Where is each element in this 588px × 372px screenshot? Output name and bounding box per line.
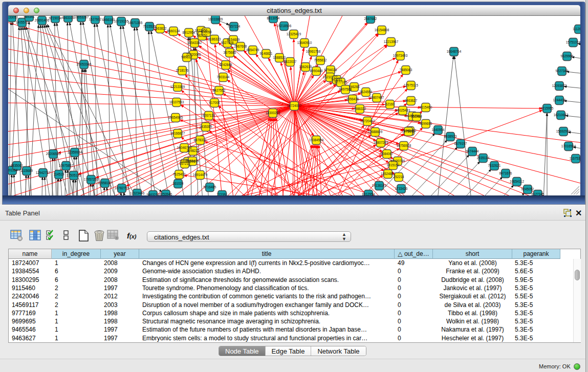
svg-text:9242848: 9242848: [220, 63, 232, 67]
svg-text:19384554: 19384554: [309, 138, 324, 142]
svg-text:8312954: 8312954: [362, 192, 375, 195]
svg-text:8471676: 8471676: [499, 171, 512, 175]
svg-text:16154808: 16154808: [375, 28, 389, 32]
svg-text:989341: 989341: [24, 16, 35, 18]
svg-text:906058: 906058: [201, 30, 212, 34]
svg-text:17359934: 17359934: [68, 150, 82, 154]
svg-text:9227349: 9227349: [556, 69, 569, 73]
svg-text:1435359: 1435359: [200, 125, 212, 128]
svg-text:391154: 391154: [8, 168, 18, 172]
svg-text:10719155: 10719155: [114, 19, 129, 23]
svg-text:18724007: 18724007: [287, 104, 302, 107]
svg-text:62160: 62160: [385, 102, 395, 106]
svg-text:9146821: 9146821: [260, 52, 273, 55]
svg-text:1112854: 1112854: [573, 27, 580, 31]
svg-text:1167534: 1167534: [570, 157, 580, 160]
svg-text:12093872: 12093872: [552, 84, 567, 87]
svg-text:8822037: 8822037: [284, 60, 297, 63]
svg-text:17957253: 17957253: [84, 178, 99, 181]
svg-text:8154609: 8154609: [227, 38, 240, 41]
svg-text:9245052: 9245052: [521, 187, 534, 191]
svg-text:6466160: 6466160: [102, 18, 115, 21]
svg-text:10975857: 10975857: [59, 164, 74, 167]
svg-text:1733426: 1733426: [395, 187, 408, 190]
svg-text:10973493: 10973493: [393, 54, 408, 57]
svg-text:8133051: 8133051: [8, 16, 18, 19]
svg-text:989612: 989612: [181, 55, 192, 59]
svg-text:1527602: 1527602: [89, 17, 102, 21]
svg-text:252214: 252214: [393, 175, 404, 179]
svg-text:772351: 772351: [216, 193, 228, 195]
svg-text:7955812: 7955812: [314, 58, 327, 62]
svg-text:12505135: 12505135: [67, 173, 81, 177]
svg-text:1244415: 1244415: [553, 98, 566, 102]
svg-text:8186323: 8186323: [208, 37, 221, 41]
svg-text:9329966: 9329966: [561, 54, 574, 58]
svg-text:16543382: 16543382: [187, 41, 202, 45]
svg-text:417006: 417006: [209, 101, 220, 104]
svg-text:6679197: 6679197: [454, 142, 467, 145]
svg-text:7803144: 7803144: [217, 75, 230, 79]
svg-text:12942737: 12942737: [36, 171, 51, 174]
svg-text:8253946: 8253946: [160, 192, 172, 195]
svg-text:8813054: 8813054: [267, 16, 280, 20]
svg-text:20053346: 20053346: [77, 62, 92, 66]
svg-text:19654985: 19654985: [168, 116, 183, 119]
svg-text:10807487: 10807487: [369, 96, 384, 99]
svg-text:114519: 114519: [54, 172, 64, 176]
svg-text:9463214: 9463214: [147, 193, 160, 195]
svg-text:10958107: 10958107: [98, 181, 113, 185]
svg-text:19166827: 19166827: [170, 132, 185, 135]
svg-text:1362615: 1362615: [299, 65, 312, 69]
svg-text:167215: 167215: [179, 162, 190, 165]
svg-text:15692971: 15692971: [556, 129, 571, 133]
svg-text:161024: 161024: [172, 182, 184, 185]
svg-text:3624554: 3624554: [360, 90, 373, 94]
svg-text:12213967: 12213967: [384, 40, 399, 43]
svg-text:8938923: 8938923: [444, 135, 457, 138]
svg-text:18107553: 18107553: [169, 100, 184, 104]
svg-text:12325419: 12325419: [287, 32, 301, 36]
svg-text:2687682: 2687682: [364, 17, 377, 20]
svg-text:8990448: 8990448: [310, 69, 323, 73]
svg-text:1640954: 1640954: [432, 128, 445, 132]
svg-text:12323446: 12323446: [130, 191, 145, 195]
svg-text:9699695: 9699695: [420, 122, 432, 125]
svg-text:8854749: 8854749: [247, 48, 259, 52]
svg-text:5716485: 5716485: [204, 185, 216, 189]
svg-text:8912954: 8912954: [183, 31, 195, 34]
svg-text:1835061: 1835061: [11, 164, 24, 167]
svg-text:7986322: 7986322: [354, 107, 366, 111]
svg-text:7357224: 7357224: [228, 25, 241, 28]
svg-text:2967608: 2967608: [234, 45, 247, 48]
svg-text:16210643: 16210643: [554, 113, 569, 117]
svg-text:3698222: 3698222: [187, 149, 200, 152]
svg-text:10961758: 10961758: [306, 50, 321, 53]
svg-text:15720407: 15720407: [360, 119, 375, 123]
svg-text:14136141: 14136141: [372, 184, 387, 187]
svg-text:9219034: 9219034: [49, 16, 62, 20]
svg-text:8127345: 8127345: [532, 192, 545, 195]
svg-text:10654112: 10654112: [510, 180, 524, 183]
svg-text:16782759: 16782759: [115, 186, 129, 190]
svg-text:9115460: 9115460: [420, 105, 432, 109]
svg-text:19218506: 19218506: [277, 24, 292, 28]
svg-text:3675685: 3675685: [224, 51, 236, 54]
svg-text:10653287: 10653287: [74, 16, 89, 19]
svg-text:6794028: 6794028: [324, 68, 337, 72]
svg-text:10688609: 10688609: [368, 130, 383, 134]
svg-text:15751074: 15751074: [566, 40, 580, 44]
svg-text:1815152: 1815152: [387, 163, 400, 167]
svg-text:7485063: 7485063: [400, 68, 412, 72]
svg-text:8660124: 8660124: [167, 29, 180, 33]
svg-text:20691406: 20691406: [35, 18, 50, 22]
svg-text:12213369: 12213369: [170, 85, 185, 89]
svg-text:1975692: 1975692: [402, 129, 415, 133]
svg-text:8427552: 8427552: [213, 89, 226, 92]
svg-text:13640910: 13640910: [297, 41, 312, 45]
svg-text:20206535: 20206535: [46, 152, 61, 156]
svg-text:18300295: 18300295: [266, 111, 280, 115]
svg-text:17016504: 17016504: [561, 144, 576, 148]
svg-text:9084067: 9084067: [381, 152, 394, 156]
svg-text:746266: 746266: [349, 85, 360, 89]
